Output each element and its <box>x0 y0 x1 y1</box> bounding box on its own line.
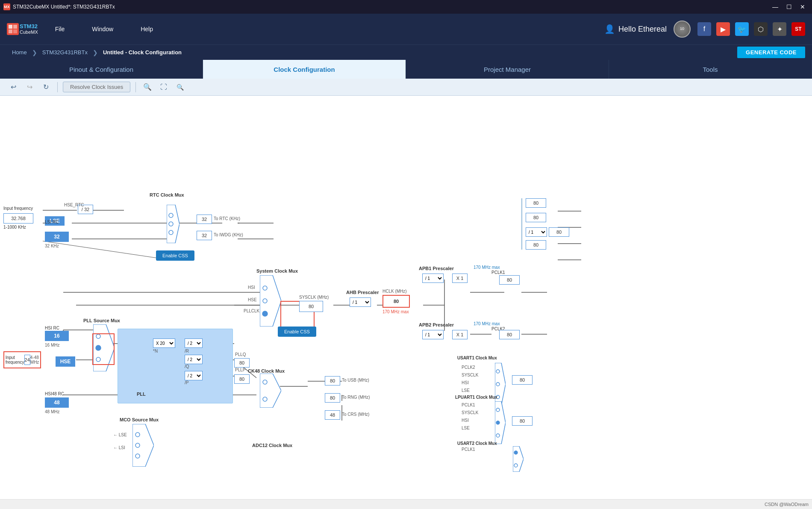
apb2-div-select[interactable]: / 1/ 2/ 4 <box>422 330 444 339</box>
tab-bar: Pinout & Configuration Clock Configurati… <box>0 60 812 79</box>
tab-clock[interactable]: Clock Configuration <box>203 60 406 79</box>
rtc-mux-shape[interactable] <box>167 205 179 243</box>
breadcrumb-current[interactable]: Untitled - Clock Configuration <box>98 47 187 57</box>
generate-code-button[interactable]: GENERATE CODE <box>737 47 805 58</box>
menu-file[interactable]: File <box>52 24 68 34</box>
enable-css-top-button[interactable]: Enable CSS <box>156 250 194 261</box>
apb1-div-select[interactable]: / 1/ 2/ 4 <box>422 274 444 283</box>
lsi-value-box[interactable]: 32 <box>45 232 69 242</box>
mco-lsi-label: ← LSI <box>113 445 125 450</box>
apb1-prescaler-label: APB1 Prescaler <box>419 266 454 271</box>
hclk-max-label: 170 MHz max <box>382 309 409 314</box>
hclk-value[interactable]: 80 <box>382 295 410 308</box>
resolve-clock-button[interactable]: Resolve Clock Issues <box>63 82 130 92</box>
pllq-select[interactable]: / 2/ 4/ 6/ 8 <box>185 355 203 364</box>
output-top2: 80 <box>526 213 546 222</box>
breadcrumb-device[interactable]: STM32G431RBTx <box>37 47 93 57</box>
refresh-button[interactable]: ↻ <box>39 81 52 93</box>
youtube-icon[interactable]: ▶ <box>716 22 730 36</box>
breadcrumb-home[interactable]: Home <box>7 47 32 57</box>
plln-sublabel: *N <box>153 349 158 353</box>
plln-select[interactable]: X 20X 8X 16 <box>153 338 175 348</box>
zoom-out-button[interactable]: 🔍 <box>174 81 186 93</box>
github-icon[interactable]: ⬡ <box>754 22 768 36</box>
lpuart1-mux-shape[interactable] <box>495 401 506 444</box>
facebook-icon[interactable]: f <box>697 22 711 36</box>
enable-css-bottom-button[interactable]: Enable CSS <box>278 327 316 337</box>
tab-pinout[interactable]: Pinout & Configuration <box>0 60 203 79</box>
to-crs-label: To CRS (MHz) <box>342 412 369 417</box>
pllq-output-label: PLLQ <box>235 352 246 357</box>
minimize-button[interactable]: — <box>769 2 781 12</box>
twitter-icon[interactable]: 🐦 <box>735 22 749 36</box>
redo-button[interactable]: ↪ <box>23 81 36 93</box>
mco-lse-label: ← LSE <box>113 433 127 437</box>
st-icon[interactable]: ST <box>791 22 805 36</box>
lsi-rc-label: LSI RC <box>45 220 59 224</box>
apb2-out-value[interactable]: 80 <box>499 330 520 339</box>
ck48-mux-shape[interactable] <box>260 374 281 408</box>
lpuart1-out-value[interactable]: 80 <box>512 416 533 426</box>
svg-marker-64 <box>260 374 281 408</box>
to-rtc-label: To RTC (KHz) <box>214 216 240 221</box>
usart2-mux-shape[interactable] <box>513 446 524 472</box>
pllp-select[interactable]: / 2/ 4/ 6/ 8 <box>185 371 203 380</box>
svg-point-58 <box>96 345 101 350</box>
breadcrumb-arrow-2: ❯ <box>93 49 98 56</box>
hse-freq-value[interactable]: 24 <box>24 355 30 365</box>
tab-tools[interactable]: Tools <box>609 60 812 79</box>
close-button[interactable]: ✕ <box>797 2 809 12</box>
svg-point-61 <box>263 286 267 290</box>
app-icon: MX <box>3 3 10 10</box>
apb2-prescaler-label: APB2 Prescaler <box>419 322 454 327</box>
network-icon[interactable]: ✦ <box>773 22 786 36</box>
sysclk-mhz-label: SYSCLK (MHz) <box>299 295 329 300</box>
menu-help[interactable]: Help <box>137 24 156 34</box>
hsi-value-box[interactable]: 16 <box>45 331 69 341</box>
hse-sys-label: HSE <box>248 297 257 302</box>
maximize-button[interactable]: ☐ <box>783 2 795 12</box>
svg-rect-3 <box>13 29 17 33</box>
menu-window[interactable]: Window <box>88 24 117 34</box>
ahb-div-select[interactable]: / 1/ 2/ 4 <box>350 297 371 307</box>
rng-value[interactable]: 80 <box>325 393 340 403</box>
zoom-in-button[interactable]: 🔍 <box>141 81 154 93</box>
sys-clock-mux-label: System Clock Mux <box>256 268 298 274</box>
lsi-unit-label: 32 KHz <box>45 244 59 248</box>
pllp-sublabel: /P <box>185 380 188 385</box>
sysclk-value[interactable]: 80 <box>299 301 323 312</box>
sys-mux-shape[interactable] <box>260 275 281 327</box>
rtc-mux-label: RTC Clock Mux <box>150 192 184 197</box>
lpuart-lse: LSE <box>462 426 470 430</box>
undo-button[interactable]: ↩ <box>7 81 20 93</box>
hse-box[interactable]: HSE <box>56 356 75 367</box>
toolbar-separator <box>57 82 58 92</box>
svg-point-59 <box>96 357 100 362</box>
input-freq-range: 1-1000 KHz <box>3 225 26 229</box>
tab-project-manager[interactable]: Project Manager <box>406 60 609 79</box>
pll-source-mux-shape[interactable] <box>93 324 115 371</box>
input-freq-value[interactable]: 32.768 <box>3 213 33 224</box>
svg-point-65 <box>263 380 267 384</box>
usb-value[interactable]: 80 <box>325 376 340 385</box>
pclk1-label: PCLK1 <box>491 270 505 275</box>
lpuart-sysclk: SYSCLK <box>462 410 478 415</box>
mco-mux-shape[interactable] <box>132 424 154 467</box>
crs-value[interactable]: 48 <box>325 410 340 420</box>
usart1-out-value[interactable]: 80 <box>512 375 533 385</box>
iwdg-value[interactable]: 32 <box>197 231 212 240</box>
fit-screen-button[interactable]: ⛶ <box>157 81 170 93</box>
top3-select[interactable]: / 1 <box>526 227 547 237</box>
pllr-select[interactable]: / 2/ 4/ 6/ 8 <box>185 338 203 348</box>
logo-stm32: STM32 <box>20 24 38 29</box>
pllp-value-box[interactable]: 80 <box>234 374 250 384</box>
svg-point-55 <box>169 230 173 235</box>
apb1-out-value[interactable]: 80 <box>499 275 520 285</box>
adc12-mux-label: ADC12 Clock Mux <box>252 443 292 448</box>
menu-items: File Window Help <box>52 24 156 34</box>
rtc-value[interactable]: 32 <box>197 215 212 224</box>
main-clock-area[interactable]: Input frequency 32.768 1-1000 KHz LSE / … <box>0 96 812 499</box>
svg-point-62 <box>263 299 267 303</box>
pllq-value-box[interactable]: 80 <box>234 358 250 368</box>
hsi48-value-box[interactable]: 48 <box>45 397 69 408</box>
